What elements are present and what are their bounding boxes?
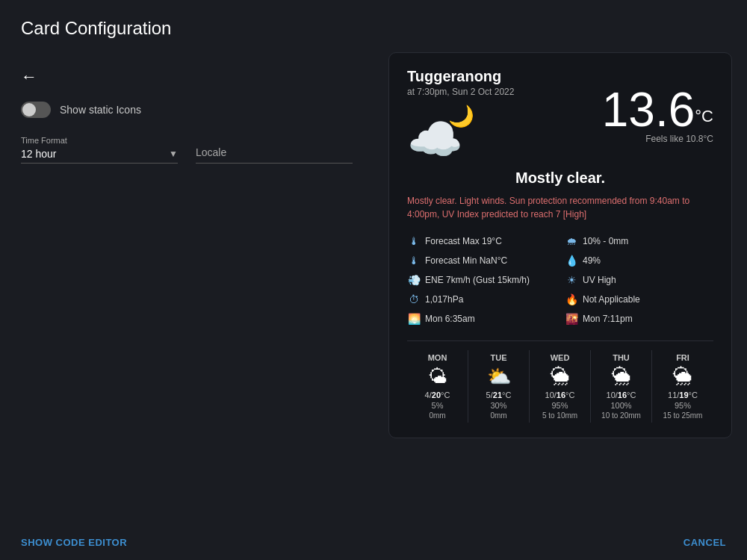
forecast-mm: 0mm (409, 411, 466, 420)
stat-icon: 🔥 (565, 293, 578, 305)
stat-icon: 🌡 (407, 255, 421, 267)
stat-label: 10% - 0mm (583, 236, 628, 246)
static-icons-toggle[interactable] (21, 102, 51, 118)
weather-stat: 💧49% (565, 252, 713, 269)
temp-unit: °C (695, 107, 713, 125)
weather-stats: 🌡Forecast Max 19°C🌧10% - 0mm🌡Forecast Mi… (407, 233, 713, 327)
forecast-icon: 🌦 (654, 367, 712, 386)
weather-stat: 🌇Mon 7:11pm (565, 311, 713, 327)
stat-icon: 🌡 (407, 235, 421, 247)
back-button[interactable]: ← (21, 64, 37, 90)
stat-icon: ☀ (565, 274, 578, 286)
weather-stat: 🌡Forecast Min NaN°C (407, 252, 556, 269)
forecast-day: FRI 🌦 11/19°C 95% 15 to 25mm (652, 350, 713, 423)
static-icons-label: Show static Icons (60, 104, 141, 116)
weather-stat: ⏱1,017hPa (407, 291, 556, 308)
stat-label: 49% (583, 255, 601, 266)
stat-icon: 💨 (407, 274, 421, 286)
forecast-icon: 🌦 (531, 367, 589, 386)
weather-card: Tuggeranong at 7:30pm, Sun 2 Oct 2022 ☁️… (388, 52, 732, 438)
time-format-select[interactable]: 12 hour 24 hour (21, 148, 169, 160)
forecast-day: TUE ⛅ 5/21°C 30% 0mm (468, 350, 530, 423)
forecast-pct: 95% (531, 401, 589, 410)
weather-forecast: MON 🌤 4/20°C 5% 0mm TUE ⛅ 5/21°C 30% 0mm… (407, 340, 713, 423)
forecast-day: THU 🌦 10/16°C 100% 10 to 20mm (591, 350, 652, 423)
weather-temperature: 13.6°C (602, 86, 713, 134)
cancel-button[interactable]: CANCEL (684, 537, 726, 548)
forecast-temps: 11/19°C (654, 391, 712, 399)
forecast-temps: 4/20°C (409, 391, 466, 399)
weather-stat: 🌡Forecast Max 19°C (407, 233, 556, 249)
show-code-editor-button[interactable]: SHOW CODE EDITOR (21, 537, 127, 548)
forecast-pct: 100% (592, 401, 650, 410)
forecast-pct: 95% (654, 401, 712, 410)
stat-icon: 🌅 (407, 313, 421, 325)
forecast-day: MON 🌤 4/20°C 5% 0mm (407, 350, 468, 423)
forecast-pct: 5% (409, 401, 466, 410)
weather-stat: 💨ENE 7km/h (Gust 15km/h) (407, 272, 556, 288)
stat-icon: 🌇 (565, 313, 578, 325)
weather-location: Tuggeranong (407, 68, 514, 85)
forecast-temps: 10/16°C (592, 391, 650, 399)
stat-label: Mon 6:35am (425, 314, 475, 324)
forecast-temps: 5/21°C (470, 391, 527, 399)
locale-field: Locale (196, 146, 353, 164)
weather-stat: ☀UV High (565, 272, 713, 288)
stat-icon: ⏱ (407, 293, 421, 305)
stat-label: UV High (583, 275, 616, 285)
forecast-icon: ⛅ (470, 367, 527, 386)
time-format-label: Time Format (21, 136, 178, 145)
stat-icon: 🌧 (565, 235, 578, 247)
time-format-field: Time Format 12 hour 24 hour ▼ (21, 136, 178, 164)
stat-label: 1,017hPa (425, 294, 463, 305)
forecast-day-name: THU (592, 353, 650, 362)
weather-main-icon: ☁️ 🌙 (407, 106, 474, 162)
forecast-mm: 5 to 10mm (531, 411, 589, 420)
forecast-mm: 0mm (470, 411, 527, 420)
forecast-pct: 30% (470, 401, 527, 410)
moon-icon: 🌙 (448, 106, 474, 127)
left-panel: ← Show static Icons Time Format 12 hour … (0, 52, 374, 175)
weather-datetime: at 7:30pm, Sun 2 Oct 2022 (407, 87, 514, 97)
weather-stat: 🌧10% - 0mm (565, 233, 713, 249)
stat-label: Not Applicable (583, 294, 640, 305)
forecast-day-name: MON (409, 353, 466, 362)
weather-temp-block: 13.6°C Feels like 10.8°C (602, 86, 713, 144)
forecast-icon: 🌤 (409, 367, 466, 386)
forecast-day-name: TUE (470, 353, 527, 362)
stat-label: Forecast Min NaN°C (425, 255, 507, 266)
forecast-day-name: FRI (654, 353, 712, 362)
temp-value: 13.6 (602, 83, 695, 137)
weather-stat: 🔥Not Applicable (565, 291, 713, 308)
forecast-mm: 10 to 20mm (592, 411, 650, 420)
page-title: Card Configuration (0, 0, 747, 51)
forecast-mm: 15 to 25mm (654, 411, 712, 420)
stat-label: Mon 7:11pm (583, 314, 633, 324)
static-icons-row: Show static Icons (21, 102, 353, 118)
weather-description: Mostly clear. Light winds. Sun protectio… (407, 194, 713, 221)
forecast-day: WED 🌦 10/16°C 95% 5 to 10mm (530, 350, 591, 423)
form-row: Time Format 12 hour 24 hour ▼ Locale (21, 136, 353, 164)
weather-stat: 🌅Mon 6:35am (407, 311, 556, 327)
chevron-down-icon: ▼ (169, 149, 178, 159)
forecast-day-name: WED (531, 353, 589, 362)
footer: SHOW CODE EDITOR CANCEL (0, 525, 747, 560)
weather-condition: Mostly clear. (407, 169, 713, 187)
weather-top: Tuggeranong at 7:30pm, Sun 2 Oct 2022 ☁️… (407, 68, 713, 162)
forecast-icon: 🌦 (592, 367, 650, 386)
locale-label: Locale (196, 146, 353, 160)
stat-label: Forecast Max 19°C (425, 236, 502, 246)
stat-label: ENE 7km/h (Gust 15km/h) (425, 275, 530, 285)
forecast-temps: 10/16°C (531, 391, 589, 399)
stat-icon: 💧 (565, 255, 578, 267)
